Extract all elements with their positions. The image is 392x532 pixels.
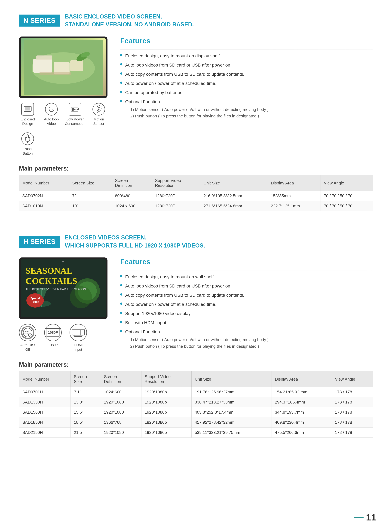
- h-series-content: SEASONAL COCKTAILS THE BEST YOU'VE EVER …: [19, 257, 373, 353]
- hdmi-icon: [70, 324, 87, 341]
- n-row-1: SAD1010N 10˙ 1024 x 600 1280*720P 271.6*…: [19, 201, 373, 211]
- n-row-1-res: 1280*720P: [152, 201, 200, 211]
- svg-line-22: [99, 111, 100, 113]
- h-row-0-model: SAD0701H: [19, 387, 71, 397]
- h-row-4-size: 21.5˙: [71, 428, 101, 438]
- h-row-3: SAD1850H 18.5'' 1366*768 1920*1080p 457.…: [19, 417, 373, 428]
- n-feature-1: Enclosed design, easy to mount on displa…: [120, 53, 373, 59]
- motion-sensor-icon-item: Motion Sensor: [90, 103, 107, 126]
- n-row-0-view: 70 / 70 / 50 / 70: [321, 191, 373, 201]
- h-series-features-title: Features: [120, 257, 373, 268]
- h-params-title: Main parameters:: [19, 361, 373, 368]
- h-row-4-view: 178 / 178: [332, 428, 373, 438]
- hd-icon: 1080P: [44, 324, 62, 341]
- svg-text:SEASONAL: SEASONAL: [26, 266, 72, 275]
- n-series-product-image: [19, 37, 107, 98]
- footer-line: [354, 517, 364, 518]
- h-col-model: Model Number: [19, 371, 71, 387]
- h-params-table: Model Number ScreenSize ScreenDefinition…: [19, 371, 373, 438]
- h-row-1-model: SAD1330H: [19, 397, 71, 407]
- h-row-4-model: SAD2150H: [19, 428, 71, 438]
- h-row-2-def: 1920*1080: [101, 407, 141, 417]
- n-series-features-title: Features: [120, 37, 373, 47]
- n-row-0-def: 800*480: [112, 191, 152, 201]
- h-feature-1: Enclosed design, easy to mount on wall s…: [120, 274, 373, 280]
- h-row-3-disp: 409.8*230.4mm: [272, 417, 332, 428]
- auto-onoff-icon: AUTO Auto On Off: [19, 324, 36, 341]
- svg-line-20: [99, 109, 101, 111]
- n-feature-2: Auto loop videos from SD card or USB aft…: [120, 62, 373, 68]
- motion-sensor-icon: [93, 103, 105, 116]
- n-row-0-res: 1280*720P: [152, 191, 200, 201]
- h-row-0-disp: 154.21*85.92 mm: [272, 387, 332, 397]
- low-power-label: Low PowerConsumption: [65, 117, 85, 126]
- svg-rect-2: [33, 59, 52, 73]
- n-row-0-model: SAD0702N: [19, 191, 69, 201]
- h-col-display-area: Display Area: [272, 371, 332, 387]
- svg-point-17: [98, 105, 100, 108]
- svg-text:1mah: 1mah: [72, 108, 78, 111]
- n-row-1-def: 1024 x 600: [112, 201, 152, 211]
- h-row-3-model: SAD1850H: [19, 417, 71, 428]
- hd-icon-item: 1080P 1080P: [44, 324, 62, 347]
- h-screen-dot: [62, 261, 64, 262]
- auto-loop-icon-item: AUTO Auto loop Video: [43, 103, 60, 126]
- section-divider: [19, 224, 373, 224]
- h-row-1-size: 13.3'': [71, 397, 101, 407]
- n-feature-optional: Optional Function： 1) Motion sensor ( Au…: [120, 98, 373, 120]
- n-col-screen-size: Screen Size: [69, 175, 112, 191]
- h-table-header-row: Model Number ScreenSize ScreenDefinition…: [19, 371, 373, 387]
- h-feature-6: Built with HDMI input.: [120, 319, 373, 326]
- h-series-right: Features Enclosed design, easy to mount …: [120, 257, 373, 353]
- h-feature-3: Auto copy contents from USB to SD card t…: [120, 292, 373, 299]
- n-series-left: Enclosed Design AUTO Auto loop Video: [19, 37, 111, 157]
- svg-line-21: [97, 111, 99, 113]
- h-series-image-inner: SEASONAL COCKTAILS THE BEST YOU'VE EVER …: [21, 259, 106, 317]
- svg-rect-3: [36, 56, 52, 60]
- svg-text:Special: Special: [30, 297, 40, 300]
- h-col-screen-def: ScreenDefinition: [101, 371, 141, 387]
- n-series-features-list: Enclosed design, easy to mount on displa…: [120, 53, 373, 120]
- n-series-header: N SERIES BASIC ENCLOSED VIDEO SCREEN, ST…: [19, 13, 373, 29]
- h-row-2-disp: 344.8*193.7mm: [272, 407, 332, 417]
- n-params-title: Main parameters:: [19, 165, 373, 172]
- svg-rect-45: [25, 335, 27, 335]
- h-optional-sub: 1) Motion sensor ( Auto power on/off wit…: [125, 336, 269, 350]
- low-power-icon-item: 1mah Low PowerConsumption: [66, 103, 84, 126]
- svg-text:Today: Today: [31, 300, 39, 303]
- enclosed-design-icon: [21, 103, 34, 116]
- h-col-screen-size: ScreenSize: [71, 371, 101, 387]
- h-series-header: H SERIES ENCLOSED VIDEOS SCREEN, WHICH S…: [19, 233, 373, 250]
- svg-text:THE BEST YOU'VE EVER HAD THIS : THE BEST YOU'VE EVER HAD THIS SEASON: [26, 288, 86, 291]
- svg-rect-6: [40, 72, 71, 75]
- auto-loop-icon: AUTO: [45, 103, 58, 116]
- n-table-header-row: Model Number Screen Size ScreenDefinitio…: [19, 175, 373, 191]
- svg-rect-11: [27, 112, 28, 112]
- n-col-unit-size: Unit Size: [200, 175, 268, 191]
- h-feature-5: Support 1920x1080 video display.: [120, 310, 373, 317]
- n-series-right: Features Enclosed design, easy to mount …: [120, 37, 373, 157]
- svg-text:AUTO: AUTO: [25, 331, 30, 332]
- h-series-params: Main parameters: Model Number ScreenSize…: [19, 361, 373, 438]
- n-row-1-model: SAD1010N: [19, 201, 69, 211]
- n-series-badge: N SERIES: [19, 14, 60, 27]
- n-col-video-res: Support VideoResolution: [152, 175, 200, 191]
- n-col-view-angle: View Angle: [321, 175, 373, 191]
- auto-loop-label: Auto loop Video: [43, 117, 60, 126]
- svg-line-19: [97, 109, 99, 111]
- h-row-4-def: 1920*1080: [101, 428, 141, 438]
- h-series-product-image: SEASONAL COCKTAILS THE BEST YOU'VE EVER …: [19, 257, 107, 319]
- n-params-table: Model Number Screen Size ScreenDefinitio…: [19, 175, 373, 211]
- h-col-video-res: Support VideoResolution: [141, 371, 191, 387]
- h-row-3-def: 1366*768: [101, 417, 141, 428]
- n-col-model: Model Number: [19, 175, 69, 191]
- n-row-0-disp: 153*85mm: [268, 191, 321, 201]
- h-row-0-def: 1024*600: [101, 387, 141, 397]
- h-row-1-disp: 294.3 *165.4mm: [272, 397, 332, 407]
- auto-onoff-label: Auto On / Off: [19, 343, 36, 352]
- motion-sensor-label: Motion Sensor: [90, 117, 107, 126]
- h-col-view-angle: View Angle: [332, 371, 373, 387]
- n-series-content: Enclosed Design AUTO Auto loop Video: [19, 37, 373, 157]
- page-footer: 11: [354, 512, 376, 523]
- svg-point-40: [23, 328, 32, 337]
